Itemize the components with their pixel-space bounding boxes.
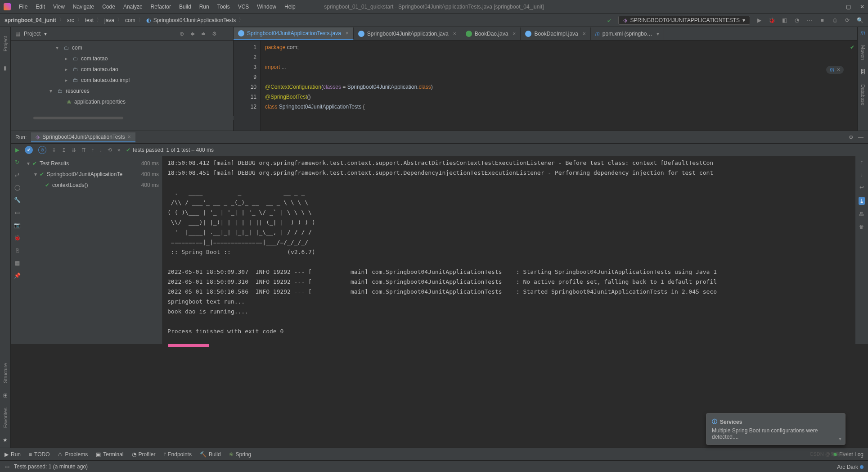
chevron-down-icon[interactable]: ▾ bbox=[839, 436, 841, 442]
trash-icon[interactable]: 🗑 bbox=[859, 224, 864, 230]
gear-icon[interactable]: ⚙ bbox=[211, 31, 218, 37]
btab-build[interactable]: 🔨Build bbox=[200, 451, 221, 458]
horizontal-scrollbar[interactable] bbox=[11, 116, 234, 120]
maximize-icon[interactable]: ▢ bbox=[846, 4, 851, 10]
wrap-icon[interactable]: ↩ bbox=[859, 184, 864, 191]
test-suite[interactable]: ▾✔Springboot04JunitApplicationTe400 ms bbox=[23, 169, 162, 180]
close-icon[interactable]: ✕ bbox=[860, 4, 864, 10]
tree-node-impl[interactable]: ▸🗀com.taotao.dao.impl bbox=[11, 75, 233, 86]
menu-edit[interactable]: Edit bbox=[32, 2, 49, 12]
close-icon[interactable]: × bbox=[128, 134, 131, 140]
tree-node-taotao[interactable]: ▸🗀com.taotao bbox=[11, 53, 233, 64]
git-button[interactable]: ⎙ bbox=[831, 17, 838, 24]
debug-button[interactable]: 🐞 bbox=[768, 17, 775, 24]
tab-tests[interactable]: Springboot04JunitApplicationTests.java× bbox=[234, 27, 354, 40]
project-header-label[interactable]: Project bbox=[24, 31, 40, 37]
menu-analyze[interactable]: Analyze bbox=[120, 2, 146, 12]
menu-window[interactable]: Window bbox=[253, 2, 280, 12]
bug-icon[interactable]: 🐞 bbox=[14, 235, 21, 241]
menu-build[interactable]: Build bbox=[175, 2, 195, 12]
menu-help[interactable]: Help bbox=[281, 2, 299, 12]
coverage-button[interactable]: ◧ bbox=[781, 17, 788, 24]
up-icon[interactable]: ↑ bbox=[860, 159, 863, 165]
structure-icon[interactable]: ⊞ bbox=[3, 392, 8, 399]
theme-indicator[interactable]: Arc Dark bbox=[837, 464, 864, 470]
chevron-down-icon[interactable]: ▾ bbox=[657, 31, 659, 37]
btab-spring[interactable]: ❀Spring bbox=[229, 451, 252, 458]
hide-icon[interactable]: — bbox=[858, 134, 864, 141]
menu-code[interactable]: Code bbox=[99, 2, 119, 12]
menu-file[interactable]: File bbox=[15, 2, 31, 12]
close-icon[interactable]: × bbox=[513, 31, 516, 37]
sort-reverse-icon[interactable]: ↥ bbox=[62, 147, 66, 153]
tab-favorites[interactable]: Favorites bbox=[3, 408, 8, 428]
crumb-test[interactable]: test bbox=[85, 17, 94, 23]
chevron-down-icon[interactable]: ▾ bbox=[44, 31, 47, 37]
database-icon[interactable]: 🗄 bbox=[860, 69, 866, 75]
menu-tools[interactable]: Tools bbox=[214, 2, 234, 12]
stop-button[interactable]: ■ bbox=[819, 17, 826, 24]
menu-vcs[interactable]: VCS bbox=[234, 2, 253, 12]
code-area[interactable]: package com; import ... @ContextConfigur… bbox=[261, 41, 857, 131]
sort-icon[interactable]: ↧ bbox=[52, 147, 56, 153]
tab-maven[interactable]: Maven bbox=[860, 45, 866, 60]
btab-terminal[interactable]: ▣Terminal bbox=[96, 451, 123, 458]
run-config-selector[interactable]: ⬗ SPRINGBOOT04JUNITAPPLICATIONTESTS ▾ bbox=[618, 16, 750, 25]
history-icon[interactable]: ⟲ bbox=[108, 147, 112, 153]
tests-ignored-toggle[interactable]: ⊘ bbox=[38, 146, 46, 154]
crumb-java[interactable]: java bbox=[104, 17, 114, 23]
tab-structure[interactable]: Structure bbox=[3, 363, 8, 383]
attach-button[interactable]: ⋯ bbox=[806, 17, 813, 24]
layout-icon[interactable]: ▭ bbox=[15, 209, 20, 216]
bookmark-icon[interactable]: ▮ bbox=[4, 65, 7, 71]
expand-icon[interactable]: ≑ bbox=[189, 31, 196, 37]
gear-icon[interactable]: ⚙ bbox=[849, 134, 854, 141]
tab-pom[interactable]: mpom.xml (springbo…▾ bbox=[591, 27, 665, 40]
tree-node-appprops[interactable]: ❀application.properties bbox=[11, 96, 233, 107]
back-icon[interactable]: ↙ bbox=[606, 17, 613, 24]
btab-endpoints[interactable]: ⟟Endpoints bbox=[164, 451, 192, 458]
tree-node-dao[interactable]: ▸🗀com.taotao.dao bbox=[11, 64, 233, 75]
pin-icon[interactable]: 📌 bbox=[14, 272, 21, 279]
wrench-icon[interactable]: 🔧 bbox=[14, 197, 21, 203]
stop-button[interactable]: ◯ bbox=[14, 184, 20, 191]
search-icon[interactable]: 🔍 bbox=[856, 17, 864, 24]
rerun-button[interactable]: ↻ bbox=[15, 159, 19, 165]
editor-body[interactable]: 1 2 3 9 10 11 12 package com; import ...… bbox=[234, 41, 857, 131]
tests-ok-toggle[interactable]: ✔ bbox=[25, 146, 33, 154]
hide-icon[interactable]: — bbox=[221, 31, 229, 37]
inspection-ok-icon[interactable]: ✔ bbox=[850, 44, 855, 50]
close-icon[interactable]: × bbox=[346, 30, 349, 36]
btab-problems[interactable]: ⚠Problems bbox=[58, 451, 88, 458]
tree-node-com[interactable]: ▾🗀com bbox=[11, 42, 233, 53]
status-icon[interactable]: ▭ bbox=[4, 463, 9, 470]
scrollbar-thumb[interactable] bbox=[168, 344, 209, 347]
locate-icon[interactable]: ⊕ bbox=[178, 31, 185, 37]
down-icon[interactable]: ↓ bbox=[860, 172, 863, 178]
star-icon[interactable]: ★ bbox=[3, 437, 8, 443]
run-button[interactable]: ▶ bbox=[756, 17, 763, 24]
tab-bookdaoimpl[interactable]: BookDaoImpl.java× bbox=[521, 27, 590, 40]
tab-database[interactable]: Database bbox=[860, 84, 866, 105]
btab-todo[interactable]: ≡TODO bbox=[29, 451, 49, 458]
tab-bookdao[interactable]: BookDao.java× bbox=[461, 27, 521, 40]
expand-icon[interactable]: ⇊ bbox=[72, 147, 76, 153]
inline-hint-badge[interactable]: m× bbox=[826, 66, 844, 74]
collapse-icon[interactable]: ⇈ bbox=[81, 147, 86, 153]
menu-view[interactable]: View bbox=[49, 2, 68, 12]
notification-popup[interactable]: ⓘServices Multiple Spring Boot run confi… bbox=[706, 413, 846, 445]
profile-button[interactable]: ◔ bbox=[793, 17, 801, 24]
scroll-end-icon[interactable]: ⤓ bbox=[859, 197, 865, 205]
btab-profiler[interactable]: ◔Profiler bbox=[132, 451, 156, 458]
tree-node-resources[interactable]: ▾🗀resources bbox=[11, 86, 233, 96]
close-icon[interactable]: × bbox=[837, 67, 840, 73]
crumb-src[interactable]: src bbox=[67, 17, 74, 23]
btab-run[interactable]: ▶Run bbox=[4, 451, 21, 458]
camera-icon[interactable]: 📷 bbox=[14, 222, 21, 228]
menu-run[interactable]: Run bbox=[196, 2, 213, 12]
run-button[interactable]: ▶ bbox=[15, 147, 19, 153]
menu-navigate[interactable]: Navigate bbox=[69, 2, 98, 12]
tab-app[interactable]: Springboot04JunitApplication.java× bbox=[354, 27, 461, 40]
exit-icon[interactable]: ⎘ bbox=[16, 247, 19, 254]
crumb-class[interactable]: Springboot04JunitApplicationTests bbox=[153, 17, 236, 23]
